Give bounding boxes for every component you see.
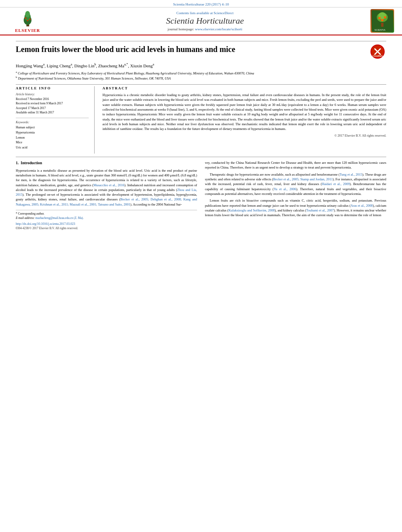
- affiliation-a: a College of Horticulture and Forestry S…: [16, 70, 386, 76]
- info-divider: [16, 118, 89, 118]
- crossmark-badge: CrossMark: [370, 44, 386, 60]
- ref-musacchio: Musacchio et al., 2016: [93, 183, 124, 187]
- footnote-area: * Corresponding author. E-mail address: …: [16, 210, 197, 221]
- article-history-block: Article history: Received 7 November 201…: [16, 93, 89, 115]
- ref-becker-stamp: Becker et al., 2005; Stamp and Jordan, 2…: [273, 177, 333, 181]
- middle-divider: [16, 84, 386, 85]
- article-info-panel: ARTICLE INFO Article history: Received 7…: [16, 86, 95, 154]
- svg-point-6: [27, 20, 28, 21]
- journal-logo-image: SCIENTIA: [370, 9, 394, 33]
- article-title: Lemon fruits lower the blood uric acid l…: [16, 44, 367, 54]
- left-column: 1. Introduction Hyperuricemia is a metab…: [16, 160, 197, 231]
- page: Scientia Horticulturae 220 (2017) 4–10 E…: [0, 0, 402, 532]
- doi-line[interactable]: http://dx.doi.org/10.1016/j.scienta.2017…: [16, 222, 197, 226]
- issn-line: 0304-4238/© 2017 Elsevier B.V. All right…: [16, 226, 197, 231]
- svg-point-5: [29, 19, 31, 20]
- body-columns: 1. Introduction Hyperuricemia is a metab…: [16, 160, 386, 231]
- article-content: Lemon fruits lower the blood uric acid l…: [0, 35, 402, 235]
- journal-title-area: Contents lists available at ScienceDirec…: [47, 11, 363, 31]
- ref-kulaksizoglu: Kulaksizoglu and Sofikerim, 2008: [229, 208, 275, 212]
- ref-zhou: Zhou and Liu, 2015: [16, 188, 197, 196]
- date-received: Received 7 November 2016: [16, 97, 89, 101]
- info-abstract-row: ARTICLE INFO Article history: Received 7…: [16, 86, 386, 154]
- date-revised: Received in revised form 9 March 2017: [16, 101, 89, 106]
- right-column: vey, conducted by the China National Res…: [205, 160, 386, 231]
- history-label: Article history:: [16, 93, 89, 96]
- journal-name: Scientia Horticulturae: [47, 16, 363, 26]
- crossmark-svg: CrossMark: [371, 45, 384, 58]
- keyword-1: Human subject: [16, 125, 89, 130]
- ref-tung: Tung et al., 2015: [340, 172, 363, 176]
- intro-para-2: Therapeutic drugs for hyperuricemia are …: [205, 172, 386, 196]
- ref-haidari: Haidari et al., 2009: [322, 182, 350, 186]
- date-accepted: Accepted 17 March 2017: [16, 106, 89, 110]
- abstract-panel: ABSTRACT Hyperuricemia is a chronic meta…: [102, 86, 386, 154]
- elsevier-tree-icon: [17, 9, 39, 27]
- ref-aras: Aras et al., 2008: [351, 204, 373, 208]
- svg-point-4: [25, 17, 26, 19]
- keywords-label: Keywords:: [16, 120, 89, 124]
- keywords-block: Keywords: Human subject Hyperuricemia Le…: [16, 120, 89, 150]
- svg-point-10: [378, 17, 381, 19]
- journal-logo-icon: SCIENTIA: [372, 10, 393, 32]
- keyword-5: Uric acid: [16, 145, 89, 150]
- header-middle: ELSEVIER Contents lists available at Sci…: [0, 7, 402, 35]
- section-divider: [16, 157, 386, 157]
- ref-touhami: Touhami et al., 2007: [306, 208, 334, 212]
- keyword-3: Lemon: [16, 135, 89, 141]
- abstract-text: Hyperuricemia is a chronic metabolic dis…: [102, 93, 386, 132]
- elsevier-brand-label: ELSEVIER: [15, 28, 40, 33]
- article-info-title: ARTICLE INFO: [16, 86, 89, 90]
- article-number-line: Scientia Horticulturae 220 (2017) 4–10: [0, 0, 402, 7]
- svg-point-12: [381, 19, 383, 21]
- svg-text:CrossMark: CrossMark: [372, 55, 383, 57]
- svg-rect-13: [381, 23, 383, 27]
- intro-heading: 1. Introduction: [16, 160, 197, 166]
- lowering-word: lowering: [158, 98, 170, 102]
- authors-line: Hongjing Wanga, Liping Chenga, Dingbo Li…: [16, 63, 386, 68]
- keyword-4: Mice: [16, 140, 89, 145]
- keywords-list: Human subject Hyperuricemia Lemon Mice U…: [16, 125, 89, 150]
- article-number: Scientia Horticulturae 220 (2017) 4–10: [173, 2, 229, 6]
- crossmark-icon: CrossMark: [370, 44, 385, 59]
- top-divider: [16, 41, 386, 41]
- keyword-2: Hyperuricemia: [16, 130, 89, 135]
- email-address[interactable]: mazhacheng@mail.hzau.edu.cn (Z. Ma).: [35, 216, 84, 220]
- journal-logo: SCIENTIA: [363, 9, 394, 33]
- intro-para-cont: vey, conducted by the China National Res…: [205, 160, 386, 170]
- ref-yu: Yu et al., 2006: [274, 187, 296, 191]
- svg-text:SCIENTIA: SCIENTIA: [374, 29, 385, 31]
- intro-para-3: Lemon fruits are rich in bioactive compo…: [205, 198, 386, 217]
- article-dates: Received 7 November 2016 Received in rev…: [16, 97, 89, 115]
- journal-homepage: journal homepage: www.elsevier.com/locat…: [47, 27, 363, 31]
- title-area: Lemon fruits lower the blood uric acid l…: [16, 44, 386, 60]
- contents-line: Contents lists available at ScienceDirec…: [47, 11, 363, 15]
- intro-para-1: Hyperuricemia is a metabolic disease as …: [16, 168, 197, 207]
- homepage-url[interactable]: www.elsevier.com/locate/scihorti: [195, 27, 242, 31]
- affiliations: a College of Horticulture and Forestry S…: [16, 70, 386, 81]
- svg-point-3: [25, 11, 30, 17]
- copyright-line: © 2017 Elsevier B.V. All rights reserved…: [102, 134, 386, 137]
- journal-header: Scientia Horticulturae 220 (2017) 4–10 E…: [0, 0, 402, 35]
- affiliation-b: b Department of Nutritional Sciences, Ok…: [16, 76, 386, 81]
- date-online: Available online 31 March 2017: [16, 110, 89, 115]
- sciencedirect-link[interactable]: ScienceDirect: [214, 11, 233, 15]
- corresponding-note: * Corresponding author.: [16, 212, 197, 216]
- email-note: E-mail address: mazhacheng@mail.hzau.edu…: [16, 216, 197, 221]
- svg-point-11: [384, 16, 386, 19]
- ref-becker-2005: Becker et al., 2005; Dehghan et al., 200…: [16, 197, 197, 206]
- abstract-title: ABSTRACT: [102, 86, 386, 90]
- elsevier-logo: ELSEVIER: [8, 9, 47, 33]
